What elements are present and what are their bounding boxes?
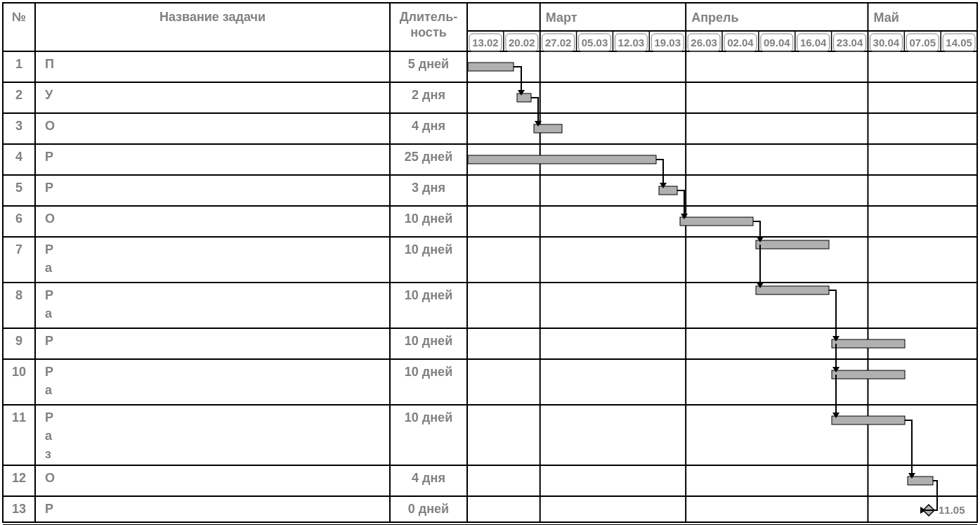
task-name: а: [45, 383, 53, 397]
dependency-arrow: [829, 290, 836, 337]
task-num: 13: [12, 502, 26, 516]
task-dur: 4 дня: [412, 119, 445, 133]
task-name: Р: [45, 181, 53, 195]
dependency-arrow: [656, 160, 663, 184]
task-dur: 3 дня: [412, 181, 445, 195]
task-dur: 10 дней: [405, 365, 452, 379]
dependency-arrow: [677, 190, 684, 215]
week-label: 13.02: [472, 37, 499, 48]
gantt-bar: [756, 286, 829, 294]
col-header-task: Название задачи: [159, 10, 266, 24]
week-label: 19.03: [654, 37, 681, 48]
task-name: Р: [45, 288, 53, 302]
task-num: 6: [15, 212, 22, 226]
col-header-dur-2: ность: [410, 25, 447, 39]
gantt-bar: [832, 370, 905, 379]
task-dur: 5 дней: [408, 57, 449, 71]
task-name: а: [45, 261, 53, 275]
task-name: а: [45, 429, 53, 443]
week-label: 26.03: [691, 37, 717, 48]
task-num: 2: [15, 88, 22, 102]
task-dur: 10 дней: [405, 242, 452, 257]
task-name: Р: [45, 410, 53, 424]
task-num: 9: [15, 334, 22, 348]
week-label: 09.04: [764, 37, 790, 48]
task-num: 5: [15, 181, 22, 195]
task-name: О: [45, 212, 55, 226]
week-label: 14.05: [946, 37, 972, 48]
dependency-arrow: [531, 98, 538, 122]
dependency-arrow: [753, 221, 760, 238]
task-name: О: [45, 119, 55, 133]
month-label: Апрель: [691, 11, 738, 25]
task-name: О: [45, 471, 55, 485]
outer-border: [3, 3, 977, 522]
week-label: 05.03: [582, 37, 608, 48]
task-num: 10: [12, 365, 26, 379]
gantt-bar: [659, 186, 677, 195]
task-dur: 25 дней: [405, 150, 452, 164]
month-label: Март: [546, 11, 577, 25]
week-label: 23.04: [837, 37, 863, 48]
milestone-label: 11.05: [939, 504, 965, 516]
gantt-bar: [680, 217, 753, 226]
task-num: 11: [12, 410, 26, 424]
gantt-bar: [468, 155, 656, 164]
task-name: з: [45, 447, 51, 461]
task-dur: 10 дней: [405, 288, 452, 302]
dependency-arrow: [514, 67, 521, 91]
week-label: 30.04: [873, 37, 900, 48]
task-name: П: [45, 57, 54, 71]
task-name: Р: [45, 150, 53, 164]
week-label: 07.05: [909, 37, 936, 48]
task-dur: 4 дня: [412, 471, 445, 485]
week-label: 20.02: [509, 37, 535, 48]
task-dur: 10 дней: [405, 212, 452, 226]
task-num: 4: [15, 150, 22, 164]
task-num: 12: [12, 471, 26, 485]
gantt-bar: [832, 339, 905, 348]
dependency-arrow: [905, 420, 912, 474]
task-dur: 10 дней: [405, 410, 452, 424]
col-header-dur-1: Длитель-: [400, 10, 458, 24]
gantt-chart: 13.0220.0227.0205.0312.0319.0326.0302.04…: [0, 0, 980, 525]
col-header-num: №: [12, 10, 26, 24]
week-label: 16.04: [800, 37, 827, 48]
gantt-bar: [468, 63, 514, 71]
week-label: 12.03: [618, 37, 645, 48]
gantt-bar: [756, 240, 829, 249]
task-num: 3: [15, 119, 22, 133]
task-num: 1: [15, 57, 22, 71]
task-dur: 2 дня: [412, 88, 445, 102]
task-name: Р: [45, 242, 53, 257]
month-label: Май: [873, 11, 899, 25]
task-name: а: [45, 306, 53, 320]
task-num: 8: [15, 288, 22, 302]
task-name: Р: [45, 334, 53, 348]
task-name: У: [45, 88, 53, 102]
week-label: 27.02: [545, 37, 572, 48]
task-name: Р: [45, 502, 53, 516]
task-num: 7: [15, 242, 22, 257]
gantt-bar: [832, 416, 905, 424]
task-dur: 10 дней: [405, 334, 452, 348]
week-label: 02.04: [727, 37, 754, 48]
task-name: Р: [45, 365, 53, 379]
task-dur: 0 дней: [408, 502, 449, 516]
gantt-bar: [517, 93, 531, 102]
